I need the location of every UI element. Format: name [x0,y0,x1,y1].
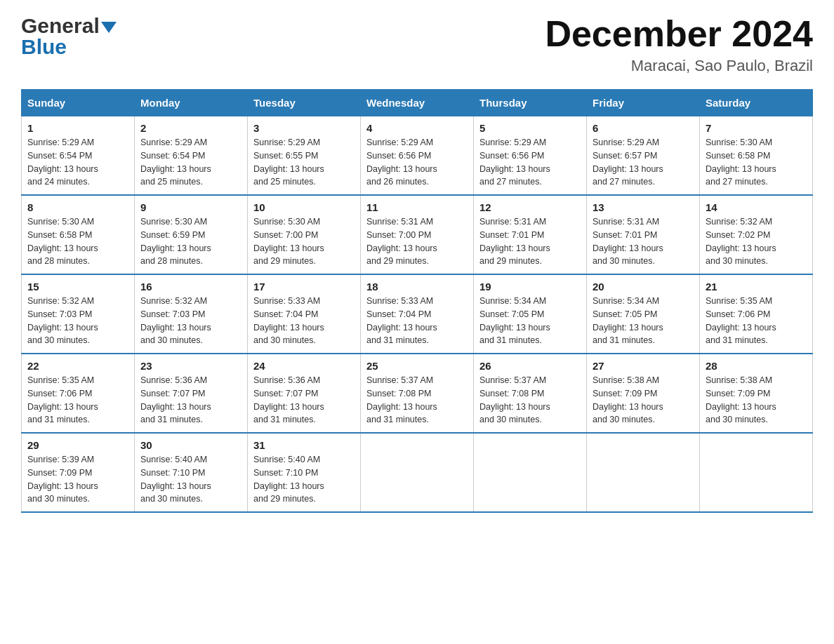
page-title: December 2024 [545,14,813,54]
calendar-cell-w5d3: 31 Sunrise: 5:40 AMSunset: 7:10 PMDaylig… [248,433,361,512]
week-row-2: 8 Sunrise: 5:30 AMSunset: 6:58 PMDayligh… [22,195,813,274]
calendar-cell-w3d2: 16 Sunrise: 5:32 AMSunset: 7:03 PMDaylig… [135,274,248,354]
calendar-cell-w4d6: 27 Sunrise: 5:38 AMSunset: 7:09 PMDaylig… [587,354,700,433]
week-row-4: 22 Sunrise: 5:35 AMSunset: 7:06 PMDaylig… [22,354,813,433]
day-info: Sunrise: 5:33 AMSunset: 7:04 PMDaylight:… [366,296,437,345]
day-info: Sunrise: 5:32 AMSunset: 7:03 PMDaylight:… [140,296,211,345]
day-number: 7 [706,122,807,134]
calendar-cell-w3d4: 18 Sunrise: 5:33 AMSunset: 7:04 PMDaylig… [361,274,474,354]
day-info: Sunrise: 5:29 AMSunset: 6:54 PMDaylight:… [140,137,211,187]
day-number: 8 [27,201,128,213]
day-info: Sunrise: 5:33 AMSunset: 7:04 PMDaylight:… [253,296,324,345]
calendar-cell-w1d2: 2 Sunrise: 5:29 AMSunset: 6:54 PMDayligh… [135,116,248,196]
day-number: 5 [479,122,581,134]
day-info: Sunrise: 5:31 AMSunset: 7:00 PMDaylight:… [366,217,437,266]
day-number: 22 [27,360,128,372]
day-info: Sunrise: 5:37 AMSunset: 7:08 PMDaylight:… [366,375,437,424]
header-sunday: Sunday [22,90,135,116]
header-tuesday: Tuesday [248,90,361,116]
day-info: Sunrise: 5:36 AMSunset: 7:07 PMDaylight:… [253,375,324,424]
week-row-3: 15 Sunrise: 5:32 AMSunset: 7:03 PMDaylig… [22,274,813,354]
day-info: Sunrise: 5:30 AMSunset: 6:59 PMDaylight:… [140,217,211,266]
logo-general-text: General [21,14,100,38]
calendar-body: 1 Sunrise: 5:29 AMSunset: 6:54 PMDayligh… [22,116,813,513]
calendar-cell-w5d2: 30 Sunrise: 5:40 AMSunset: 7:10 PMDaylig… [135,433,248,512]
day-info: Sunrise: 5:40 AMSunset: 7:10 PMDaylight:… [253,455,324,504]
logo: General Blue [21,14,117,59]
day-number: 18 [366,281,468,293]
day-number: 20 [593,281,694,293]
weekday-header-row: Sunday Monday Tuesday Wednesday Thursday… [22,90,813,116]
day-info: Sunrise: 5:29 AMSunset: 6:56 PMDaylight:… [479,137,550,187]
calendar-cell-w1d5: 5 Sunrise: 5:29 AMSunset: 6:56 PMDayligh… [474,116,587,196]
calendar-cell-w2d4: 11 Sunrise: 5:31 AMSunset: 7:00 PMDaylig… [361,195,474,274]
day-info: Sunrise: 5:29 AMSunset: 6:56 PMDaylight:… [366,137,437,187]
header-monday: Monday [135,90,248,116]
day-number: 3 [253,122,355,134]
day-info: Sunrise: 5:36 AMSunset: 7:07 PMDaylight:… [140,375,211,424]
header-saturday: Saturday [700,90,813,116]
page-header: General Blue December 2024 Maracai, Sao … [21,14,813,75]
day-info: Sunrise: 5:32 AMSunset: 7:02 PMDaylight:… [706,217,776,266]
day-info: Sunrise: 5:38 AMSunset: 7:09 PMDaylight:… [706,375,776,424]
calendar-table: Sunday Monday Tuesday Wednesday Thursday… [21,89,813,513]
day-info: Sunrise: 5:31 AMSunset: 7:01 PMDaylight:… [479,217,550,266]
day-info: Sunrise: 5:34 AMSunset: 7:05 PMDaylight:… [593,296,663,345]
day-info: Sunrise: 5:35 AMSunset: 7:06 PMDaylight:… [706,296,776,345]
day-info: Sunrise: 5:31 AMSunset: 7:01 PMDaylight:… [593,217,663,266]
day-number: 13 [593,201,694,213]
week-row-5: 29 Sunrise: 5:39 AMSunset: 7:09 PMDaylig… [22,433,813,512]
day-info: Sunrise: 5:37 AMSunset: 7:08 PMDaylight:… [479,375,550,424]
day-number: 19 [479,281,581,293]
calendar-cell-w1d3: 3 Sunrise: 5:29 AMSunset: 6:55 PMDayligh… [248,116,361,196]
calendar-cell-w4d5: 26 Sunrise: 5:37 AMSunset: 7:08 PMDaylig… [474,354,587,433]
day-number: 17 [253,281,355,293]
day-info: Sunrise: 5:40 AMSunset: 7:10 PMDaylight:… [140,455,211,504]
calendar-cell-w4d7: 28 Sunrise: 5:38 AMSunset: 7:09 PMDaylig… [700,354,813,433]
svg-marker-0 [101,22,117,33]
calendar-cell-w1d6: 6 Sunrise: 5:29 AMSunset: 6:57 PMDayligh… [587,116,700,196]
calendar-cell-w2d6: 13 Sunrise: 5:31 AMSunset: 7:01 PMDaylig… [587,195,700,274]
calendar-cell-w2d3: 10 Sunrise: 5:30 AMSunset: 7:00 PMDaylig… [248,195,361,274]
header-wednesday: Wednesday [361,90,474,116]
day-info: Sunrise: 5:30 AMSunset: 7:00 PMDaylight:… [253,217,324,266]
day-number: 23 [140,360,241,372]
day-number: 31 [253,439,355,451]
calendar-cell-w5d6 [587,433,700,512]
calendar-cell-w1d4: 4 Sunrise: 5:29 AMSunset: 6:56 PMDayligh… [361,116,474,196]
calendar-header: Sunday Monday Tuesday Wednesday Thursday… [22,90,813,116]
day-number: 12 [479,201,581,213]
calendar-cell-w5d5 [474,433,587,512]
calendar-cell-w1d7: 7 Sunrise: 5:30 AMSunset: 6:58 PMDayligh… [700,116,813,196]
calendar-cell-w2d2: 9 Sunrise: 5:30 AMSunset: 6:59 PMDayligh… [135,195,248,274]
day-info: Sunrise: 5:30 AMSunset: 6:58 PMDaylight:… [706,137,776,187]
week-row-1: 1 Sunrise: 5:29 AMSunset: 6:54 PMDayligh… [22,116,813,196]
day-number: 1 [27,122,128,134]
day-info: Sunrise: 5:34 AMSunset: 7:05 PMDaylight:… [479,296,550,345]
day-number: 2 [140,122,241,134]
day-number: 4 [366,122,468,134]
calendar-cell-w3d3: 17 Sunrise: 5:33 AMSunset: 7:04 PMDaylig… [248,274,361,354]
calendar-cell-w4d1: 22 Sunrise: 5:35 AMSunset: 7:06 PMDaylig… [22,354,135,433]
day-info: Sunrise: 5:35 AMSunset: 7:06 PMDaylight:… [27,375,98,424]
day-number: 30 [140,439,241,451]
logo-blue-text: Blue [21,35,67,59]
header-friday: Friday [587,90,700,116]
day-number: 16 [140,281,241,293]
calendar-cell-w2d1: 8 Sunrise: 5:30 AMSunset: 6:58 PMDayligh… [22,195,135,274]
day-number: 11 [366,201,468,213]
day-number: 29 [27,439,128,451]
calendar-cell-w5d4 [361,433,474,512]
calendar-cell-w2d7: 14 Sunrise: 5:32 AMSunset: 7:02 PMDaylig… [700,195,813,274]
day-number: 26 [479,360,581,372]
calendar-cell-w5d7 [700,433,813,512]
header-thursday: Thursday [474,90,587,116]
calendar-cell-w3d5: 19 Sunrise: 5:34 AMSunset: 7:05 PMDaylig… [474,274,587,354]
day-info: Sunrise: 5:39 AMSunset: 7:09 PMDaylight:… [27,455,98,504]
day-number: 15 [27,281,128,293]
calendar-cell-w2d5: 12 Sunrise: 5:31 AMSunset: 7:01 PMDaylig… [474,195,587,274]
calendar-cell-w4d2: 23 Sunrise: 5:36 AMSunset: 7:07 PMDaylig… [135,354,248,433]
day-info: Sunrise: 5:29 AMSunset: 6:54 PMDaylight:… [27,137,98,187]
calendar-cell-w3d1: 15 Sunrise: 5:32 AMSunset: 7:03 PMDaylig… [22,274,135,354]
day-number: 28 [706,360,807,372]
